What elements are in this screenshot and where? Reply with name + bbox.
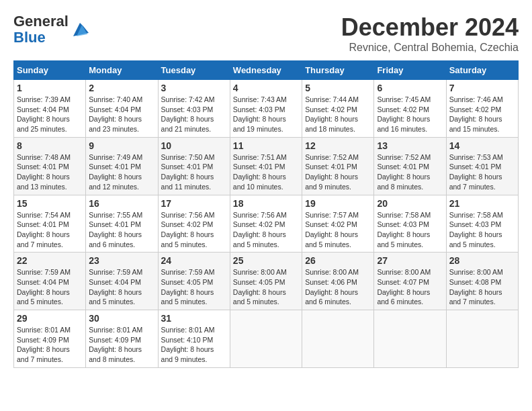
day-info: Sunrise: 7:54 AM Sunset: 4:01 PM Dayligh…	[17, 210, 83, 250]
day-number: 21	[449, 198, 515, 209]
day-info: Sunrise: 7:59 AM Sunset: 4:04 PM Dayligh…	[17, 267, 83, 307]
column-header-wednesday: Wednesday	[230, 61, 302, 80]
day-info: Sunrise: 7:48 AM Sunset: 4:01 PM Dayligh…	[17, 152, 83, 192]
day-number: 29	[17, 313, 83, 324]
day-number: 9	[89, 140, 154, 151]
logo-blue: Blue	[13, 29, 46, 46]
calendar-cell: 23Sunrise: 7:59 AM Sunset: 4:04 PM Dayli…	[86, 253, 158, 310]
day-number: 16	[89, 198, 154, 209]
day-info: Sunrise: 8:00 AM Sunset: 4:05 PM Dayligh…	[233, 267, 299, 307]
day-number: 22	[17, 255, 83, 266]
calendar-cell	[374, 310, 446, 368]
calendar-cell: 30Sunrise: 8:01 AM Sunset: 4:09 PM Dayli…	[86, 310, 158, 368]
calendar-week-row: 1Sunrise: 7:39 AM Sunset: 4:04 PM Daylig…	[14, 80, 519, 138]
calendar-cell: 20Sunrise: 7:58 AM Sunset: 4:03 PM Dayli…	[374, 195, 446, 253]
day-number: 25	[233, 255, 299, 266]
title-block: December 2024 Revnice, Central Bohemia, …	[341, 13, 519, 54]
day-number: 20	[377, 198, 443, 209]
calendar-cell	[446, 310, 518, 368]
calendar-cell: 4Sunrise: 7:43 AM Sunset: 4:03 PM Daylig…	[230, 80, 302, 138]
day-number: 7	[449, 83, 515, 93]
day-info: Sunrise: 8:00 AM Sunset: 4:07 PM Dayligh…	[377, 267, 443, 307]
day-info: Sunrise: 7:44 AM Sunset: 4:02 PM Dayligh…	[305, 95, 371, 134]
day-number: 18	[233, 198, 299, 209]
calendar-cell: 19Sunrise: 7:57 AM Sunset: 4:02 PM Dayli…	[302, 195, 374, 253]
column-header-thursday: Thursday	[302, 61, 374, 80]
calendar-cell: 22Sunrise: 7:59 AM Sunset: 4:04 PM Dayli…	[14, 253, 86, 310]
day-info: Sunrise: 8:00 AM Sunset: 4:08 PM Dayligh…	[449, 267, 515, 307]
calendar-week-row: 15Sunrise: 7:54 AM Sunset: 4:01 PM Dayli…	[14, 195, 519, 253]
day-info: Sunrise: 7:43 AM Sunset: 4:03 PM Dayligh…	[233, 95, 299, 134]
day-number: 31	[161, 313, 227, 324]
day-info: Sunrise: 7:40 AM Sunset: 4:04 PM Dayligh…	[89, 95, 154, 134]
calendar-cell: 31Sunrise: 8:01 AM Sunset: 4:10 PM Dayli…	[158, 310, 230, 368]
day-number: 8	[17, 140, 83, 151]
day-info: Sunrise: 8:01 AM Sunset: 4:09 PM Dayligh…	[89, 325, 154, 365]
day-number: 5	[305, 83, 371, 93]
day-info: Sunrise: 7:56 AM Sunset: 4:02 PM Dayligh…	[233, 210, 299, 250]
day-info: Sunrise: 7:56 AM Sunset: 4:02 PM Dayligh…	[161, 210, 227, 250]
month-title: December 2024	[341, 13, 519, 42]
column-header-sunday: Sunday	[14, 61, 86, 80]
day-info: Sunrise: 7:50 AM Sunset: 4:01 PM Dayligh…	[161, 152, 227, 192]
day-info: Sunrise: 7:59 AM Sunset: 4:04 PM Dayligh…	[89, 267, 154, 307]
calendar-cell: 18Sunrise: 7:56 AM Sunset: 4:02 PM Dayli…	[230, 195, 302, 253]
day-number: 10	[161, 140, 227, 151]
day-info: Sunrise: 7:39 AM Sunset: 4:04 PM Dayligh…	[17, 95, 83, 134]
day-number: 28	[449, 255, 515, 266]
calendar-cell: 21Sunrise: 7:58 AM Sunset: 4:03 PM Dayli…	[446, 195, 518, 253]
calendar-table: SundayMondayTuesdayWednesdayThursdayFrid…	[13, 60, 519, 368]
day-number: 23	[89, 255, 154, 266]
calendar-cell: 17Sunrise: 7:56 AM Sunset: 4:02 PM Dayli…	[158, 195, 230, 253]
calendar-cell: 14Sunrise: 7:53 AM Sunset: 4:01 PM Dayli…	[446, 137, 518, 195]
calendar-cell: 12Sunrise: 7:52 AM Sunset: 4:01 PM Dayli…	[302, 137, 374, 195]
calendar-cell: 9Sunrise: 7:49 AM Sunset: 4:01 PM Daylig…	[86, 137, 158, 195]
calendar-week-row: 22Sunrise: 7:59 AM Sunset: 4:04 PM Dayli…	[14, 253, 519, 310]
day-number: 6	[377, 83, 443, 93]
day-number: 19	[305, 198, 371, 209]
day-number: 15	[17, 198, 83, 209]
calendar-cell: 29Sunrise: 8:01 AM Sunset: 4:09 PM Dayli…	[14, 310, 86, 368]
day-info: Sunrise: 7:57 AM Sunset: 4:02 PM Dayligh…	[305, 210, 371, 250]
calendar-cell: 26Sunrise: 8:00 AM Sunset: 4:06 PM Dayli…	[302, 253, 374, 310]
logo-general: General	[13, 13, 69, 30]
day-info: Sunrise: 7:59 AM Sunset: 4:05 PM Dayligh…	[161, 267, 227, 307]
calendar-cell: 11Sunrise: 7:51 AM Sunset: 4:01 PM Dayli…	[230, 137, 302, 195]
day-number: 30	[89, 313, 154, 324]
day-number: 24	[161, 255, 227, 266]
calendar-cell: 2Sunrise: 7:40 AM Sunset: 4:04 PM Daylig…	[86, 80, 158, 138]
column-header-tuesday: Tuesday	[158, 61, 230, 80]
calendar-cell: 3Sunrise: 7:42 AM Sunset: 4:03 PM Daylig…	[158, 80, 230, 138]
calendar-cell	[302, 310, 374, 368]
day-number: 12	[305, 140, 371, 151]
day-number: 14	[449, 140, 515, 151]
day-info: Sunrise: 7:45 AM Sunset: 4:02 PM Dayligh…	[377, 95, 443, 134]
day-info: Sunrise: 7:58 AM Sunset: 4:03 PM Dayligh…	[377, 210, 443, 250]
day-number: 11	[233, 140, 299, 151]
calendar-cell: 5Sunrise: 7:44 AM Sunset: 4:02 PM Daylig…	[302, 80, 374, 138]
calendar-cell: 13Sunrise: 7:52 AM Sunset: 4:01 PM Dayli…	[374, 137, 446, 195]
day-info: Sunrise: 8:00 AM Sunset: 4:06 PM Dayligh…	[305, 267, 371, 307]
day-info: Sunrise: 8:01 AM Sunset: 4:09 PM Dayligh…	[17, 325, 83, 365]
calendar-cell: 16Sunrise: 7:55 AM Sunset: 4:01 PM Dayli…	[86, 195, 158, 253]
day-number: 26	[305, 255, 371, 266]
column-header-saturday: Saturday	[446, 61, 518, 80]
day-info: Sunrise: 8:01 AM Sunset: 4:10 PM Dayligh…	[161, 325, 227, 365]
day-info: Sunrise: 7:52 AM Sunset: 4:01 PM Dayligh…	[305, 152, 371, 192]
calendar-week-row: 8Sunrise: 7:48 AM Sunset: 4:01 PM Daylig…	[14, 137, 519, 195]
calendar-cell	[230, 310, 302, 368]
day-number: 27	[377, 255, 443, 266]
calendar-week-row: 29Sunrise: 8:01 AM Sunset: 4:09 PM Dayli…	[14, 310, 519, 368]
calendar-cell: 24Sunrise: 7:59 AM Sunset: 4:05 PM Dayli…	[158, 253, 230, 310]
day-number: 17	[161, 198, 227, 209]
day-info: Sunrise: 7:42 AM Sunset: 4:03 PM Dayligh…	[161, 95, 227, 134]
calendar-cell: 8Sunrise: 7:48 AM Sunset: 4:01 PM Daylig…	[14, 137, 86, 195]
calendar-cell: 6Sunrise: 7:45 AM Sunset: 4:02 PM Daylig…	[374, 80, 446, 138]
calendar-header-row: SundayMondayTuesdayWednesdayThursdayFrid…	[14, 61, 519, 80]
location: Revnice, Central Bohemia, Czechia	[341, 42, 519, 54]
day-number: 2	[89, 83, 154, 93]
calendar-cell: 1Sunrise: 7:39 AM Sunset: 4:04 PM Daylig…	[14, 80, 86, 138]
day-number: 1	[17, 83, 83, 93]
day-number: 13	[377, 140, 443, 151]
logo: General Blue	[13, 13, 90, 46]
